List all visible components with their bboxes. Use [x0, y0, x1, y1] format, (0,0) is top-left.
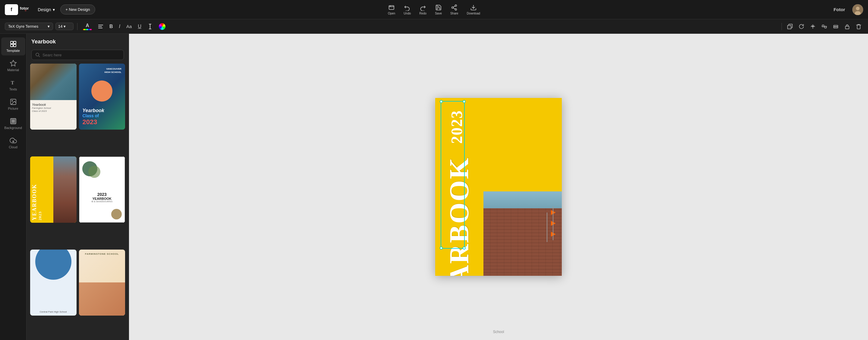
flip-button[interactable] [808, 23, 817, 30]
sidebar-item-texts[interactable]: T Texts [1, 76, 25, 94]
align-icon [98, 24, 103, 29]
spacing-icon [147, 24, 153, 29]
sidebar-item-picture[interactable]: Picture [1, 95, 25, 113]
text-color-icon: A [86, 23, 89, 28]
sidebar-label-picture: Picture [8, 107, 18, 110]
svg-rect-21 [845, 26, 849, 29]
design-label: Design [38, 7, 51, 12]
align-obj-icon [822, 24, 827, 29]
design-button[interactable]: Design ▾ [35, 5, 58, 14]
picture-icon [10, 98, 17, 105]
svg-rect-24 [10, 44, 13, 47]
font-size-selector[interactable]: 14 ▾ [56, 23, 73, 30]
duplicate-icon [787, 24, 793, 29]
svg-point-31 [36, 53, 39, 56]
nav-right: Fotor [834, 4, 863, 15]
svg-line-32 [38, 56, 40, 57]
font-size-value: 14 [58, 24, 62, 29]
left-sidebar: Template Material T Texts Picture [0, 34, 27, 340]
download-tool[interactable]: Download [467, 4, 480, 15]
download-icon [470, 4, 477, 11]
user-name-label: Fotor [834, 7, 845, 12]
flip-icon [810, 24, 815, 29]
align-button[interactable] [96, 23, 105, 30]
sidebar-item-template[interactable]: Template [1, 37, 25, 56]
logo-box: f [5, 4, 18, 15]
text-toolbar: TeX Gyre Termes ▾ 14 ▾ A B I Aa U [0, 19, 868, 34]
new-design-button[interactable]: + New Design [60, 4, 95, 14]
redo-tool[interactable]: Redo [419, 4, 427, 15]
panel-title: Yearbook [31, 38, 124, 45]
logo-text: f [10, 7, 12, 12]
underline-icon: U [138, 24, 141, 29]
sidebar-item-background[interactable]: Background [1, 115, 25, 133]
delete-button[interactable] [854, 23, 863, 30]
rotate-icon [799, 24, 804, 29]
open-tool[interactable]: Open [388, 4, 395, 15]
sidebar-label-background: Background [4, 126, 22, 130]
share-tool[interactable]: Share [450, 4, 458, 15]
svg-rect-10 [98, 28, 102, 28]
align-obj-button[interactable] [820, 23, 829, 30]
top-nav: f fotor ® Design ▾ + New Design Open Und… [0, 0, 868, 19]
toolbar-right [780, 23, 863, 30]
toolbar-divider-2 [781, 23, 782, 30]
rotate-button[interactable] [797, 23, 806, 30]
svg-rect-20 [834, 25, 838, 27]
color-bar [83, 29, 92, 30]
save-tool[interactable]: Save [435, 4, 442, 15]
svg-point-6 [856, 7, 860, 10]
text-color-button[interactable]: A [81, 22, 94, 31]
template-card-5[interactable]: Central Park High School [30, 250, 76, 316]
italic-button[interactable]: I [117, 23, 122, 30]
duplicate-button[interactable] [785, 23, 795, 30]
logo-brand: fotor ® [20, 6, 29, 13]
spacing-button[interactable] [146, 23, 155, 30]
lock-button[interactable] [843, 23, 852, 30]
template-card-1[interactable]: Yearbook Farrington School Class of 2023 [30, 64, 76, 130]
italic-icon: I [119, 24, 120, 29]
sidebar-item-material[interactable]: Material [1, 57, 25, 75]
sidebar-item-cloud[interactable]: Cloud [1, 134, 25, 152]
delete-icon [856, 24, 861, 29]
cloud-icon [10, 137, 17, 144]
font-size-button[interactable]: Aa [124, 23, 133, 30]
save-icon [435, 4, 442, 11]
template-panel: Yearbook Yearbook Farrington [27, 34, 129, 340]
template-card-6[interactable]: FARMINSTONE SCHOOL [79, 250, 125, 316]
user-avatar[interactable] [852, 4, 863, 15]
search-icon [35, 53, 40, 57]
svg-point-2 [452, 7, 454, 8]
template-card-4[interactable]: 2023 YEARBOOK IE & SA ASSOCIATES [79, 156, 125, 222]
undo-icon [404, 4, 410, 11]
main-area: Template Material T Texts Picture [0, 34, 868, 340]
share-icon [451, 4, 458, 11]
svg-point-1 [455, 4, 457, 6]
avatar-image [852, 4, 863, 15]
font-family-selector[interactable]: TeX Gyre Termes ▾ [5, 23, 53, 30]
search-bar[interactable] [31, 50, 124, 60]
search-input[interactable] [42, 53, 120, 57]
svg-point-28 [12, 100, 13, 101]
effects-icon [159, 23, 165, 30]
bold-button[interactable]: B [107, 23, 115, 30]
material-icon [10, 60, 17, 67]
svg-rect-8 [98, 25, 103, 25]
bold-icon: B [110, 24, 113, 29]
sidebar-label-template: Template [6, 49, 20, 53]
undo-tool[interactable]: Undo [404, 4, 411, 15]
svg-rect-19 [834, 27, 838, 28]
stack-button[interactable] [831, 23, 840, 30]
template-card-2[interactable]: VANCOUVERHIGH SCHOOL Yearbook Class of 2… [79, 64, 125, 130]
svg-rect-15 [787, 25, 791, 29]
svg-text:T: T [11, 80, 14, 85]
doc-photo-inner [484, 191, 562, 276]
canvas-document[interactable]: VANCOUVERHIGH SCHOOLCLASS OF 2023 YEARBO… [435, 98, 562, 276]
logo-area: f fotor ® [5, 4, 29, 15]
template-card-3[interactable]: YEARBOOK 2023 [30, 156, 76, 222]
effects-button[interactable] [157, 22, 167, 31]
stack-icon [833, 24, 838, 29]
font-size-icon: Aa [126, 24, 132, 29]
underline-button[interactable]: U [136, 23, 143, 30]
template-icon [10, 40, 17, 48]
